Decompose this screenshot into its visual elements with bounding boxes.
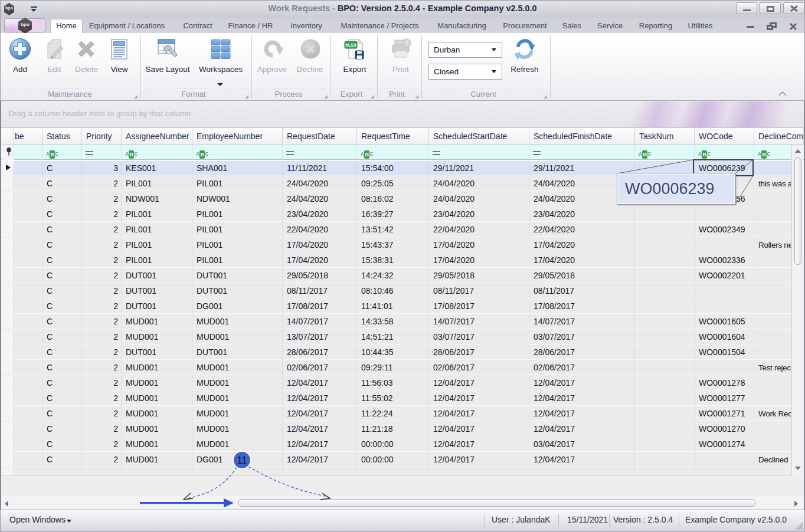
- svg-text:XLSX: XLSX: [345, 42, 357, 48]
- svg-text:bpo: bpo: [21, 22, 30, 27]
- svg-text:?: ?: [405, 40, 408, 47]
